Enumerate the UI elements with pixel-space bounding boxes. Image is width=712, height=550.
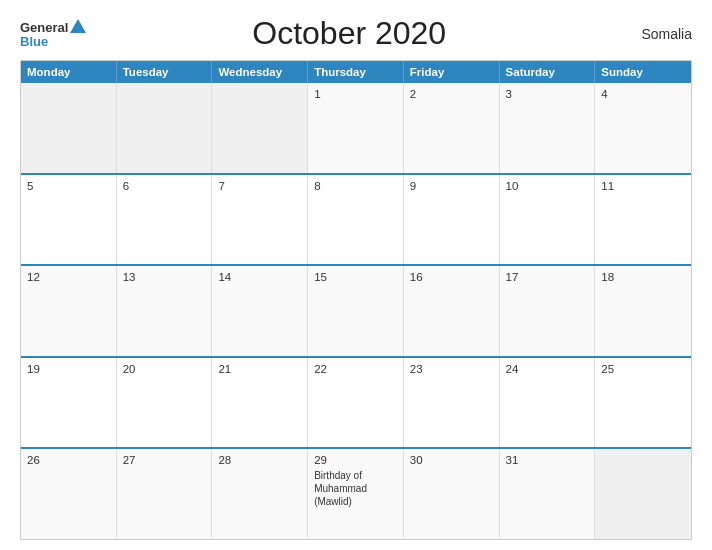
calendar: MondayTuesdayWednesdayThursdayFridaySatu…	[20, 60, 692, 540]
day-number: 22	[314, 363, 397, 375]
calendar-cell: 5	[21, 175, 117, 265]
calendar-body: 1234567891011121314151617181920212223242…	[21, 83, 691, 539]
day-number: 15	[314, 271, 397, 283]
day-number: 31	[506, 454, 589, 466]
calendar-cell: 3	[500, 83, 596, 173]
day-header-sunday: Sunday	[595, 61, 691, 83]
calendar-cell: 30	[404, 449, 500, 539]
calendar-week-4: 19202122232425	[21, 356, 691, 448]
calendar-cell: 15	[308, 266, 404, 356]
calendar-cell: 27	[117, 449, 213, 539]
calendar-cell	[595, 449, 691, 539]
calendar-week-5: 26272829Birthday of Muhammad (Mawlid)303…	[21, 447, 691, 539]
calendar-cell: 8	[308, 175, 404, 265]
header: General Blue October 2020 Somalia	[20, 15, 692, 52]
calendar-cell	[21, 83, 117, 173]
day-number: 20	[123, 363, 206, 375]
day-number: 25	[601, 363, 685, 375]
calendar-cell: 14	[212, 266, 308, 356]
calendar-cell: 7	[212, 175, 308, 265]
day-number: 7	[218, 180, 301, 192]
calendar-cell: 16	[404, 266, 500, 356]
logo-stack: General Blue	[20, 19, 86, 48]
calendar-cell: 9	[404, 175, 500, 265]
logo-blue-text: Blue	[20, 35, 48, 48]
day-header-friday: Friday	[404, 61, 500, 83]
day-event: Birthday of Muhammad (Mawlid)	[314, 469, 397, 508]
calendar-cell: 1	[308, 83, 404, 173]
day-number: 13	[123, 271, 206, 283]
calendar-cell: 28	[212, 449, 308, 539]
day-number: 19	[27, 363, 110, 375]
calendar-cell: 4	[595, 83, 691, 173]
day-number: 27	[123, 454, 206, 466]
day-number: 1	[314, 88, 397, 100]
calendar-week-3: 12131415161718	[21, 264, 691, 356]
calendar-header: MondayTuesdayWednesdayThursdayFridaySatu…	[21, 61, 691, 83]
day-number: 24	[506, 363, 589, 375]
day-header-tuesday: Tuesday	[117, 61, 213, 83]
day-number: 14	[218, 271, 301, 283]
logo-triangle-icon	[70, 19, 86, 33]
logo-row-top: General	[20, 19, 86, 35]
calendar-cell: 21	[212, 358, 308, 448]
calendar-title: October 2020	[86, 15, 612, 52]
day-number: 12	[27, 271, 110, 283]
logo-general-text: General	[20, 21, 68, 34]
calendar-cell: 23	[404, 358, 500, 448]
page: General Blue October 2020 Somalia Monday…	[0, 0, 712, 550]
calendar-cell: 17	[500, 266, 596, 356]
day-number: 5	[27, 180, 110, 192]
calendar-cell: 22	[308, 358, 404, 448]
day-number: 2	[410, 88, 493, 100]
day-number: 29	[314, 454, 397, 466]
day-number: 3	[506, 88, 589, 100]
calendar-cell: 19	[21, 358, 117, 448]
day-number: 16	[410, 271, 493, 283]
day-header-wednesday: Wednesday	[212, 61, 308, 83]
calendar-cell: 20	[117, 358, 213, 448]
calendar-cell: 29Birthday of Muhammad (Mawlid)	[308, 449, 404, 539]
day-number: 8	[314, 180, 397, 192]
day-number: 30	[410, 454, 493, 466]
calendar-cell	[212, 83, 308, 173]
day-header-thursday: Thursday	[308, 61, 404, 83]
calendar-cell	[117, 83, 213, 173]
day-number: 23	[410, 363, 493, 375]
calendar-cell: 25	[595, 358, 691, 448]
calendar-cell: 10	[500, 175, 596, 265]
calendar-cell: 24	[500, 358, 596, 448]
calendar-cell: 12	[21, 266, 117, 356]
calendar-cell: 26	[21, 449, 117, 539]
day-number: 17	[506, 271, 589, 283]
day-number: 4	[601, 88, 685, 100]
logo: General Blue	[20, 19, 86, 48]
day-number: 10	[506, 180, 589, 192]
day-number: 9	[410, 180, 493, 192]
day-number: 21	[218, 363, 301, 375]
calendar-week-1: 1234	[21, 83, 691, 173]
calendar-cell: 31	[500, 449, 596, 539]
calendar-week-2: 567891011	[21, 173, 691, 265]
day-number: 26	[27, 454, 110, 466]
day-number: 11	[601, 180, 685, 192]
calendar-cell: 13	[117, 266, 213, 356]
day-header-saturday: Saturday	[500, 61, 596, 83]
calendar-cell: 2	[404, 83, 500, 173]
day-header-monday: Monday	[21, 61, 117, 83]
calendar-cell: 18	[595, 266, 691, 356]
day-number: 28	[218, 454, 301, 466]
country-label: Somalia	[612, 26, 692, 42]
day-number: 18	[601, 271, 685, 283]
calendar-cell: 6	[117, 175, 213, 265]
day-number: 6	[123, 180, 206, 192]
logo-row-bottom: Blue	[20, 35, 86, 48]
calendar-cell: 11	[595, 175, 691, 265]
